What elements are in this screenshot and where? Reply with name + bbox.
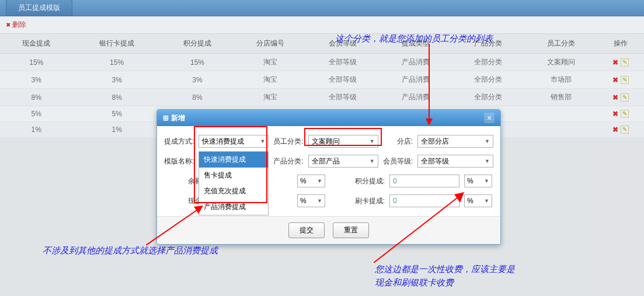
pcat-select-value: 全部产品 — [312, 156, 340, 166]
balance-unit-select[interactable]: % — [297, 175, 325, 187]
label-card: 刷卡提成: — [331, 196, 385, 206]
label-method: 提成方式: — [164, 137, 194, 147]
points-unit-select[interactable]: % — [464, 175, 492, 187]
method-dropdown: 快速消费提成售卡提成充值充次提成产品消费提成 — [199, 151, 269, 215]
modal-title: 新增 — [163, 113, 185, 123]
close-icon[interactable]: × — [484, 113, 495, 123]
label-level: 会员等级: — [383, 156, 413, 166]
method-option[interactable]: 产品消费提成 — [199, 199, 268, 215]
card-unit-select[interactable]: % — [464, 194, 492, 207]
method-option[interactable]: 充值充次提成 — [199, 183, 268, 199]
points-input[interactable] — [389, 175, 459, 187]
label-store: 分店: — [383, 137, 413, 147]
method-select-value: 快速消费提成 — [202, 137, 244, 147]
pcat-select[interactable]: 全部产品 — [308, 155, 378, 168]
submit-button[interactable]: 提交 — [288, 222, 325, 238]
method-option[interactable]: 快速消费提成 — [199, 152, 268, 168]
label-pcat: 产品分类: — [273, 156, 303, 166]
ecat-select-value: 文案顾问 — [312, 137, 340, 147]
label-tplname: 模版名称: — [164, 156, 194, 166]
reset-button[interactable]: 重置 — [333, 222, 369, 238]
label-ecat: 员工分类: — [273, 137, 303, 147]
store-select-value: 全部分店 — [421, 137, 449, 147]
ecat-select[interactable]: 文案顾问 — [308, 135, 378, 148]
level-select-value: 全部等级 — [421, 156, 449, 166]
method-select[interactable]: 快速消费提成 快速消费提成售卡提成充值充次提成产品消费提成 — [199, 135, 269, 148]
modal-header: 新增 × — [157, 110, 500, 126]
card-input[interactable] — [389, 194, 459, 207]
method-option[interactable]: 售卡提成 — [199, 168, 268, 183]
level-select[interactable]: 全部等级 — [417, 155, 493, 168]
store-select[interactable]: 全部分店 — [417, 135, 493, 148]
label-points: 积分提成: — [331, 176, 385, 186]
cash-unit-select[interactable]: % — [297, 194, 325, 207]
add-modal: 新增 × 提成方式: 快速消费提成 快速消费提成售卡提成充值充次提成产品消费提成… — [156, 109, 501, 245]
